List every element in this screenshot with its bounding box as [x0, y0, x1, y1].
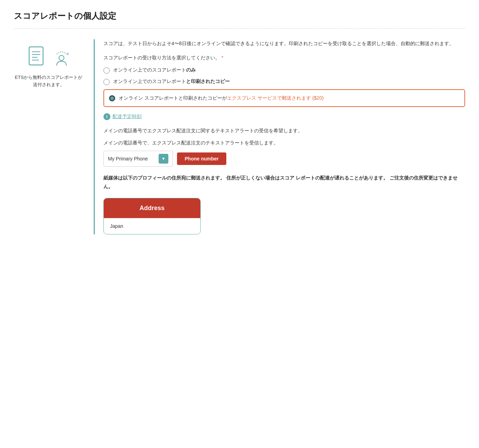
main-layout: ETSから無料のスコアレポートが送付されます。 スコアは、テスト日からおよそ4〜… — [14, 39, 465, 234]
sidebar-icons — [28, 46, 69, 69]
sms-desc-1: メインの電話番号でエクスプレス配送注文に関するテキストアラートの受信を希望します… — [103, 126, 465, 135]
delivery-link[interactable]: i 配達予定時刻 — [103, 113, 465, 120]
phone-select-text: My Primary Phone — [108, 156, 157, 161]
address-card-header: Address — [104, 198, 200, 218]
intro-text: スコアは、テスト日からおよそ4〜8日後にオンラインで確認できるようになります。印… — [103, 39, 465, 48]
warning-text: 紙媒体は以下のプロフィールの住所宛に郵送されます。 住所が正しくない場合はスコア… — [103, 174, 465, 191]
address-card[interactable]: Address Japan — [103, 198, 201, 234]
radio-input-2[interactable] — [103, 79, 110, 85]
radio-group: オンライン上でのスコアレポートのみ オンライン上でのスコアレポートと印刷されたコ… — [103, 66, 465, 107]
radio-option-2[interactable]: オンライン上でのスコアレポートと印刷されたコピー — [103, 78, 465, 85]
info-icon: i — [103, 113, 110, 120]
svg-rect-0 — [29, 47, 43, 65]
content-area: スコアは、テスト日からおよそ4〜8日後にオンラインで確認できるようになります。印… — [94, 39, 465, 234]
delivery-link-text: 配達予定時刻 — [112, 114, 142, 120]
select-label: スコアレポートの受け取り方法を選択してください。 * — [103, 55, 465, 61]
express-text: エクスプレス サービスで郵送されます ($20) — [227, 95, 323, 101]
radio-label-3: オンライン スコアレポートと印刷されたコピーがエクスプレス サービスで郵送されま… — [119, 94, 323, 102]
radio-input-1[interactable] — [103, 67, 110, 74]
phone-select[interactable]: My Primary Phone ▼ — [103, 151, 173, 167]
phone-row: My Primary Phone ▼ Phone number — [103, 151, 465, 167]
radio-option-1[interactable]: オンライン上でのスコアレポートのみ — [103, 66, 465, 74]
radio-label-2: オンライン上でのスコアレポートと印刷されたコピー — [113, 78, 230, 85]
radio-label-1: オンライン上でのスコアレポートのみ — [113, 66, 196, 74]
dropdown-arrow-icon: ▼ — [159, 154, 168, 164]
page-title: スコアレポートの個人設定 — [14, 10, 465, 22]
person-icon — [54, 50, 69, 69]
phone-number-button[interactable]: Phone number — [177, 152, 226, 165]
svg-marker-5 — [67, 52, 69, 55]
svg-point-6 — [59, 55, 64, 60]
radio-express-box: オンライン スコアレポートと印刷されたコピーがエクスプレス サービスで郵送されま… — [103, 89, 465, 107]
required-star: * — [221, 55, 223, 60]
section-divider — [14, 28, 465, 29]
sidebar-caption: ETSから無料のスコアレポートが送付されます。 — [14, 74, 83, 89]
document-icon — [28, 46, 47, 69]
address-card-body: Japan — [104, 218, 200, 234]
radio-input-3[interactable] — [109, 95, 115, 101]
sidebar: ETSから無料のスコアレポートが送付されます。 — [14, 39, 83, 89]
sms-desc-2: メインの電話番号で、エクスプレス配送注文のテキストアラートを受信します。 — [103, 139, 465, 147]
